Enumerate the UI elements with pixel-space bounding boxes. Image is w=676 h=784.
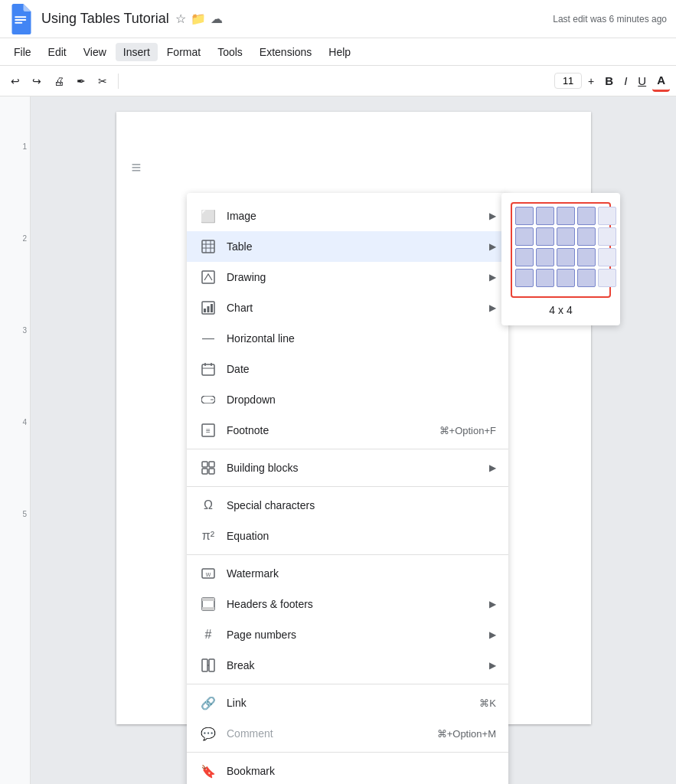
bookmark-label: Bookmark bbox=[227, 765, 496, 777]
menu-item-drawing[interactable]: Drawing ▶ bbox=[187, 262, 508, 292]
menu-item-equation[interactable]: π² Equation bbox=[187, 521, 508, 551]
svg-rect-0 bbox=[15, 16, 26, 18]
menu-tools[interactable]: Tools bbox=[210, 43, 250, 61]
menu-item-page-numbers[interactable]: # Page numbers ▶ bbox=[187, 619, 508, 650]
grid-cell[interactable] bbox=[577, 227, 596, 246]
last-edit-label: Last edit was 6 minutes ago bbox=[553, 14, 667, 24]
grid-cell[interactable] bbox=[536, 227, 554, 246]
grid-cell[interactable] bbox=[515, 248, 534, 266]
table-grid-label: 4 x 4 bbox=[511, 304, 611, 316]
grid-cell[interactable] bbox=[536, 207, 554, 225]
grid-cell[interactable] bbox=[557, 248, 575, 266]
svg-rect-30 bbox=[202, 659, 207, 671]
menu-item-break[interactable]: Break ▶ bbox=[187, 650, 508, 681]
image-arrow: ▶ bbox=[489, 211, 496, 221]
menu-item-footnote[interactable]: ≡ Footnote ⌘+Option+F bbox=[187, 415, 508, 446]
toolbar: ↩ ↪ 🖨 ✒ ✂ 11 + B I U A bbox=[0, 66, 676, 96]
paint-format-button[interactable]: ✒ bbox=[72, 72, 90, 90]
menu-insert[interactable]: Insert bbox=[116, 43, 158, 61]
table-arrow: ▶ bbox=[489, 241, 496, 252]
undo-button[interactable]: ↩ bbox=[6, 72, 24, 90]
equation-label: Equation bbox=[227, 530, 496, 542]
menu-item-watermark[interactable]: W Watermark bbox=[187, 558, 508, 589]
grid-cell[interactable] bbox=[557, 269, 575, 287]
font-size-input[interactable]: 11 bbox=[554, 73, 582, 89]
building-blocks-label: Building blocks bbox=[227, 462, 489, 474]
drawing-icon bbox=[199, 268, 217, 286]
star-icon[interactable]: ☆ bbox=[175, 11, 186, 26]
menu-item-date[interactable]: Date bbox=[187, 354, 508, 384]
menu-item-comment: 💬 Comment ⌘+Option+M bbox=[187, 718, 508, 749]
menu-item-table[interactable]: Table ▶ bbox=[187, 231, 508, 262]
special-characters-label: Special characters bbox=[227, 499, 496, 511]
bold-button[interactable]: B bbox=[600, 71, 618, 90]
grid-cell[interactable] bbox=[598, 269, 616, 287]
grid-cell[interactable] bbox=[536, 248, 554, 266]
svg-rect-11 bbox=[207, 306, 210, 312]
svg-rect-13 bbox=[202, 364, 214, 375]
menu-view[interactable]: View bbox=[76, 43, 114, 61]
menu-item-headers-footers[interactable]: Headers & footers ▶ bbox=[187, 589, 508, 619]
menu-item-image[interactable]: ⬜ Image ▶ bbox=[187, 201, 508, 231]
grid-cell[interactable] bbox=[515, 227, 534, 246]
cloud-icon[interactable]: ☁ bbox=[211, 11, 223, 26]
comment-shortcut: ⌘+Option+M bbox=[437, 728, 496, 740]
grid-cell[interactable] bbox=[598, 207, 616, 225]
svg-rect-28 bbox=[202, 598, 214, 601]
menu-item-bookmark[interactable]: 🔖 Bookmark bbox=[187, 756, 508, 784]
menu-item-horizontal-line[interactable]: — Horizontal line bbox=[187, 323, 508, 354]
menu-edit[interactable]: Edit bbox=[41, 43, 74, 61]
table-label: Table bbox=[227, 240, 489, 253]
grid-cell[interactable] bbox=[577, 248, 596, 266]
redo-button[interactable]: ↪ bbox=[28, 72, 46, 90]
underline-button[interactable]: U bbox=[633, 71, 651, 90]
text-color-button[interactable]: A bbox=[652, 70, 670, 92]
folder-icon[interactable]: 📁 bbox=[191, 11, 206, 26]
menu-item-special-characters[interactable]: Ω Special characters bbox=[187, 490, 508, 521]
table-grid-popup[interactable]: 4 x 4 bbox=[501, 193, 620, 325]
chart-icon bbox=[199, 299, 217, 317]
page-numbers-arrow: ▶ bbox=[489, 629, 496, 640]
font-size-plus-button[interactable]: + bbox=[583, 72, 599, 90]
document-title[interactable]: Using Tables Tutorial bbox=[41, 11, 169, 27]
grid-cell[interactable] bbox=[515, 207, 534, 225]
svg-rect-29 bbox=[202, 607, 214, 610]
font-size-area: 11 + B I U A bbox=[554, 70, 670, 92]
menu-item-chart[interactable]: Chart ▶ bbox=[187, 292, 508, 323]
headers-footers-label: Headers & footers bbox=[227, 598, 489, 610]
grid-cell[interactable] bbox=[577, 269, 596, 287]
ruler-num-2: 2 bbox=[22, 234, 27, 243]
print-button[interactable]: 🖨 bbox=[49, 72, 69, 90]
page-list-icon: ≡ bbox=[132, 158, 142, 178]
comment-label: Comment bbox=[227, 727, 437, 740]
menu-item-link[interactable]: 🔗 Link ⌘K bbox=[187, 688, 508, 718]
menu-section-6: 🔖 Bookmark Table of contents ▶ bbox=[187, 753, 508, 784]
date-label: Date bbox=[227, 363, 496, 375]
footnote-icon: ≡ bbox=[199, 421, 217, 439]
italic-button[interactable]: I bbox=[619, 71, 632, 90]
svg-rect-24 bbox=[209, 469, 214, 474]
svg-rect-23 bbox=[202, 469, 207, 474]
drawing-arrow: ▶ bbox=[489, 272, 496, 283]
building-blocks-arrow: ▶ bbox=[489, 462, 496, 473]
grid-cell[interactable] bbox=[598, 248, 616, 266]
menu-item-dropdown[interactable]: Dropdown bbox=[187, 384, 508, 415]
grid-cell[interactable] bbox=[557, 207, 575, 225]
grid-cell[interactable] bbox=[598, 227, 616, 246]
menu-help[interactable]: Help bbox=[321, 43, 358, 61]
zoom-button[interactable]: ✂ bbox=[93, 72, 112, 90]
link-shortcut: ⌘K bbox=[479, 697, 496, 709]
menu-item-building-blocks[interactable]: Building blocks ▶ bbox=[187, 452, 508, 483]
menu-extensions[interactable]: Extensions bbox=[252, 43, 319, 61]
menu-file[interactable]: File bbox=[6, 43, 39, 61]
grid-cell[interactable] bbox=[577, 207, 596, 225]
grid-cell[interactable] bbox=[536, 269, 554, 287]
menu-format[interactable]: Format bbox=[159, 43, 208, 61]
link-icon: 🔗 bbox=[199, 694, 217, 712]
image-icon: ⬜ bbox=[199, 207, 217, 225]
grid-cell[interactable] bbox=[515, 269, 534, 287]
grid-cell[interactable] bbox=[557, 227, 575, 246]
dropdown-label: Dropdown bbox=[227, 394, 496, 406]
svg-rect-31 bbox=[209, 659, 214, 671]
docs-icon bbox=[9, 4, 34, 34]
